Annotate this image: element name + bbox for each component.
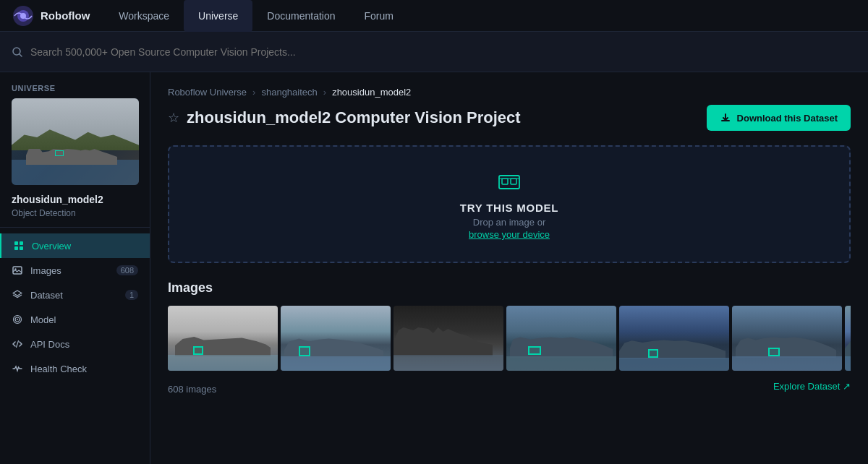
detection-annotation — [55, 150, 64, 156]
breadcrumb-parent[interactable]: shanghaitech — [261, 87, 317, 98]
det-box-5 — [648, 349, 658, 358]
image-count: 608 images — [168, 384, 216, 395]
search-icon — [12, 46, 23, 58]
images-section-header: Images — [168, 280, 851, 296]
breadcrumb-sep-1: › — [252, 87, 255, 98]
images-section: Images — [168, 280, 851, 395]
sidebar-item-api-docs-label: API Docs — [30, 339, 69, 350]
search-input[interactable] — [30, 46, 856, 58]
sidebar-section-label: UNIVERSE — [0, 84, 150, 98]
sidebar-item-model-label: Model — [30, 314, 56, 325]
image-thumb-2[interactable] — [281, 306, 391, 371]
dataset-badge: 1 — [125, 290, 138, 300]
svg-rect-4 — [14, 241, 18, 245]
try-model-box[interactable]: TRY THIS MODEL Drop an image or browse y… — [168, 145, 851, 263]
sidebar-item-images-label: Images — [30, 265, 61, 276]
grid-icon — [13, 240, 25, 252]
sidebar-item-health-check[interactable]: Health Check — [0, 356, 150, 381]
images-grid — [168, 306, 851, 371]
breadcrumb: Roboflow Universe › shanghaitech › zhous… — [168, 87, 851, 98]
sidebar-item-api-docs[interactable]: API Docs — [0, 332, 150, 356]
image-thumb-6[interactable] — [732, 306, 842, 371]
det-box-6 — [768, 348, 780, 356]
thumb-image — [12, 98, 139, 185]
nav-universe[interactable]: Universe — [184, 0, 252, 32]
image-thumb-7[interactable] — [845, 306, 851, 371]
try-model-title: TRY THIS MODEL — [460, 202, 558, 214]
image-thumb-3[interactable] — [393, 306, 503, 371]
logo[interactable]: Roboflow — [12, 4, 90, 27]
try-model-subtitle: Drop an image or — [473, 217, 545, 228]
sidebar-item-overview[interactable]: Overview — [0, 233, 150, 258]
svg-rect-7 — [20, 246, 23, 250]
sidebar-project-type: Object Detection — [0, 208, 150, 227]
images-badge: 608 — [116, 265, 138, 275]
star-icon[interactable]: ☆ — [168, 110, 179, 126]
browse-device-link[interactable]: browse your device — [469, 229, 550, 240]
svg-rect-14 — [502, 179, 508, 184]
main-layout: UNIVERSE zhousidun_model2 Object Detecti… — [0, 72, 868, 464]
svg-rect-6 — [14, 246, 18, 250]
heartbeat-icon — [12, 363, 23, 374]
sidebar-item-images[interactable]: Images 608 — [0, 258, 150, 283]
model-detection-icon — [496, 168, 522, 194]
breadcrumb-current: zhousidun_model2 — [332, 87, 411, 98]
sidebar-item-dataset-label: Dataset — [30, 290, 63, 301]
images-footer: 608 images Explore Dataset ↗ — [168, 378, 851, 395]
image-icon — [12, 265, 23, 276]
breadcrumb-sep-2: › — [323, 87, 326, 98]
layers-icon — [12, 289, 23, 301]
det-box-1 — [193, 346, 203, 355]
sidebar: UNIVERSE zhousidun_model2 Object Detecti… — [0, 72, 150, 464]
svg-rect-15 — [511, 179, 516, 184]
sidebar-project-name: zhousidun_model2 — [0, 194, 150, 208]
sidebar-item-model[interactable]: Model — [0, 307, 150, 332]
main-content: Roboflow Universe › shanghaitech › zhous… — [150, 72, 868, 464]
image-thumb-4[interactable] — [506, 306, 616, 371]
sidebar-item-overview-label: Overview — [32, 241, 71, 252]
top-nav: Roboflow Workspace Universe Documentatio… — [0, 0, 868, 32]
sidebar-item-health-check-label: Health Check — [30, 364, 87, 374]
download-dataset-button[interactable]: Download this Dataset — [707, 105, 851, 131]
project-title: zhousidun_model2 Computer Vision Project — [187, 108, 521, 127]
code-icon — [12, 338, 23, 350]
images-section-title: Images — [168, 280, 213, 296]
explore-dataset-link[interactable]: Explore Dataset ↗ — [773, 381, 851, 392]
download-label: Download this Dataset — [737, 113, 838, 124]
svg-point-12 — [17, 319, 18, 320]
target-icon — [12, 314, 23, 325]
search-bar — [0, 32, 868, 72]
nav-forum[interactable]: Forum — [350, 0, 408, 32]
image-thumb-1[interactable] — [168, 306, 278, 371]
project-header: ☆ zhousidun_model2 Computer Vision Proje… — [168, 105, 851, 131]
project-title-area: ☆ zhousidun_model2 Computer Vision Proje… — [168, 108, 521, 127]
det-box-4 — [528, 346, 541, 355]
nav-links: Workspace Universe Documentation Forum — [104, 0, 408, 32]
image-thumb-5[interactable] — [619, 306, 729, 371]
project-thumbnail — [12, 98, 139, 185]
download-icon — [720, 112, 731, 124]
svg-rect-5 — [20, 241, 23, 245]
det-box-2 — [299, 346, 310, 356]
nav-workspace[interactable]: Workspace — [104, 0, 184, 32]
breadcrumb-root[interactable]: Roboflow Universe — [168, 87, 247, 98]
app-name: Roboflow — [41, 9, 90, 22]
nav-documentation[interactable]: Documentation — [252, 0, 349, 32]
sidebar-item-dataset[interactable]: Dataset 1 — [0, 283, 150, 307]
